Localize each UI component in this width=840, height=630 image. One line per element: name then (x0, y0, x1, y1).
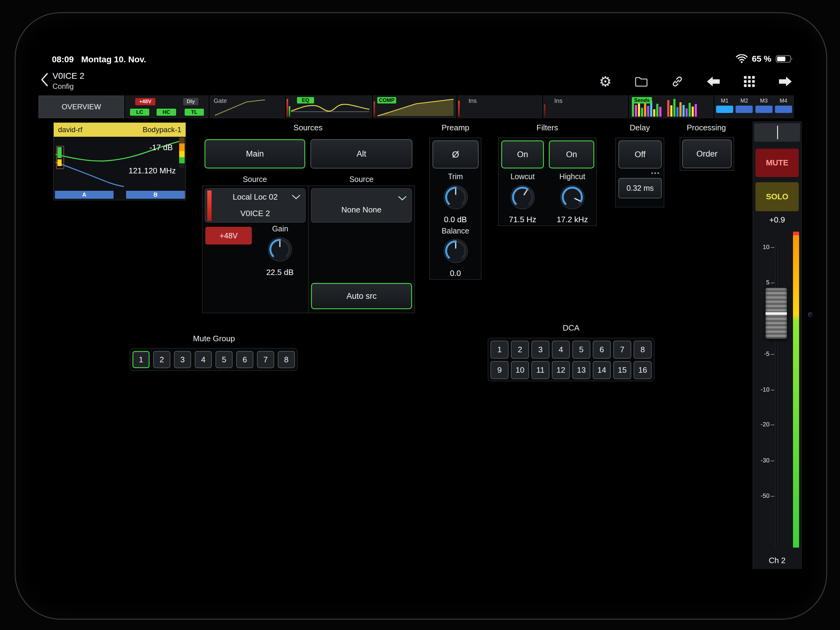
monitor-button-m1[interactable] (716, 106, 733, 113)
header: V0ICE 2 Config ⚙︎ (38, 68, 802, 96)
source-label-alt: Source (310, 175, 412, 184)
trim-chip: TL (185, 109, 204, 116)
dca-button-5[interactable]: 5 (572, 341, 591, 358)
monitor-label-m2: M2 (741, 98, 748, 104)
lowcut-knob[interactable] (508, 183, 537, 211)
source-alt-button[interactable]: Alt (310, 139, 412, 169)
rf-monitor-card[interactable]: david-rf Bodypack-1 -17 dB 121.120 MHz A… (54, 122, 186, 200)
mute-group-button-6[interactable]: 6 (236, 351, 253, 368)
gain-knob[interactable] (266, 235, 294, 264)
processing-panel: Order (680, 137, 734, 171)
dca-button-12[interactable]: 12 (552, 361, 570, 379)
send-meter-bar (688, 103, 691, 117)
dca-button-9[interactable]: 9 (491, 361, 508, 379)
fader-scale-tick (771, 496, 774, 497)
balance-knob[interactable] (442, 237, 470, 265)
rf-battery-indicator (56, 146, 64, 169)
send-meter-bar (644, 103, 646, 117)
monitor-column-m1: M1 (715, 96, 734, 118)
source-main-button[interactable]: Main (205, 139, 305, 169)
rf-signal-meter (179, 137, 185, 168)
phase-button[interactable]: Ø (433, 141, 478, 169)
send-meter-bar (692, 107, 694, 117)
alt-source-value: None None (311, 205, 411, 215)
fader-scale-label: 10 (755, 243, 769, 251)
delay-off-button[interactable]: Off (618, 141, 662, 169)
send-meter-bar (676, 107, 679, 117)
fader-scale-label: -30 (755, 457, 769, 464)
dca-button-13[interactable]: 13 (572, 361, 591, 379)
monitor-label-m4: M4 (780, 98, 787, 104)
trim-value: 0.0 dB (430, 215, 481, 224)
arrow-left-icon[interactable] (706, 74, 721, 89)
fader-scale-tick (771, 354, 774, 355)
strip-insert2-section[interactable]: Ins (543, 96, 628, 118)
mute-group-button-3[interactable]: 3 (174, 351, 191, 368)
wifi-icon (736, 54, 747, 63)
back-button[interactable] (41, 73, 48, 86)
link-icon[interactable] (670, 74, 685, 89)
highcut-label: Highcut (548, 172, 597, 181)
rf-level-value: -17 dB (149, 143, 173, 152)
send-meter-bar (647, 106, 649, 117)
strip-preamp-section[interactable]: +48V Dly LC HC TL (125, 96, 208, 118)
strip-eq-section[interactable]: EQ (286, 96, 372, 118)
dca-button-14[interactable]: 14 (593, 361, 611, 379)
send-meter-bar (679, 102, 682, 117)
fader-scale-tick (771, 390, 774, 390)
rf-antenna-b[interactable]: B (126, 191, 185, 199)
dca-button-8[interactable]: 8 (634, 341, 652, 358)
rf-antenna-a[interactable]: A (55, 191, 114, 199)
alt-source-dropdown[interactable]: None None (311, 188, 412, 223)
sources-panel: Local Loc 02 V0ICE 2 +48V Gain 22.5 dB (202, 186, 415, 313)
monitor-button-m2[interactable] (736, 106, 753, 113)
mute-group-button-2[interactable]: 2 (153, 351, 171, 368)
mute-group-button-5[interactable]: 5 (215, 351, 232, 368)
dca-button-3[interactable]: 3 (531, 341, 549, 358)
battery-percent: 65 % (752, 54, 771, 64)
highcut-knob[interactable] (558, 183, 586, 211)
fader-scale-label: -5 (755, 351, 769, 357)
trim-knob[interactable] (442, 183, 470, 211)
insert1-meter (458, 101, 459, 117)
highcut-on-button[interactable]: On (549, 141, 594, 169)
fader-scale-label: -10 (755, 386, 769, 393)
mute-group-button-8[interactable]: 8 (278, 351, 295, 368)
dca-button-2[interactable]: 2 (511, 341, 529, 358)
page-subtitle: Config (52, 82, 74, 91)
overview-button[interactable]: OVERVIEW (38, 96, 124, 118)
strip-sends-section[interactable]: Sends (629, 96, 713, 118)
dca-button-10[interactable]: 10 (511, 361, 529, 379)
dca-button-16[interactable]: 16 (634, 361, 652, 379)
strip-comp-section[interactable]: COMP (373, 96, 456, 118)
strip-insert1-section[interactable]: Ins (458, 96, 542, 118)
filters-panel: On On Lowcut Highcut 71.5 Hz 17.2 kHz (498, 138, 597, 226)
folder-icon[interactable] (634, 74, 649, 89)
main-source-column: Local Loc 02 V0ICE 2 +48V Gain 22.5 dB (202, 186, 309, 313)
monitor-column-m2: M2 (734, 96, 754, 118)
channel-fader-strip: MUTE SOLO +0.9 1050-5-10-20-30-50 Ch 2 (753, 122, 802, 568)
mute-group-button-7[interactable]: 7 (257, 351, 274, 368)
strip-gate-section[interactable]: Gate (210, 96, 285, 118)
main-source-dropdown[interactable]: Local Loc 02 V0ICE 2 (205, 188, 306, 223)
auto-src-button[interactable]: Auto src (311, 283, 412, 309)
fader-handle[interactable] (766, 288, 787, 339)
lowcut-on-button[interactable]: On (501, 141, 544, 169)
monitor-button-m4[interactable] (775, 106, 792, 113)
monitor-button-m3[interactable] (755, 106, 772, 113)
dca-button-6[interactable]: 6 (593, 341, 611, 358)
processing-order-button[interactable]: Order (682, 139, 732, 168)
phantom-power-button[interactable]: +48V (205, 227, 252, 245)
delay-time-button[interactable]: 0.32 ms (618, 178, 662, 198)
dca-button-7[interactable]: 7 (613, 341, 631, 358)
dca-button-15[interactable]: 15 (613, 361, 631, 379)
dca-button-11[interactable]: 11 (531, 361, 549, 379)
settings-gear-icon[interactable]: ⚙︎ (598, 74, 613, 89)
dca-button-4[interactable]: 4 (552, 341, 570, 358)
arrow-right-icon[interactable] (778, 74, 793, 89)
mute-group-button-4[interactable]: 4 (195, 351, 212, 368)
grid-apps-icon[interactable] (742, 74, 757, 89)
send-meter-bar (656, 104, 658, 117)
mute-group-button-1[interactable]: 1 (133, 351, 150, 368)
dca-button-1[interactable]: 1 (491, 341, 508, 358)
